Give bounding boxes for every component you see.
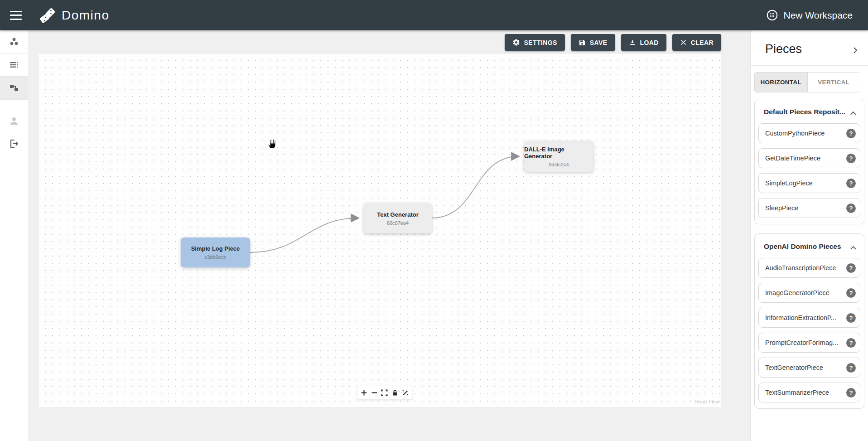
sidebar-item-results[interactable] [0, 53, 28, 76]
piece-list-item[interactable]: SleepPiece ? [758, 198, 860, 218]
close-icon [680, 39, 687, 46]
node-simple-log-piece[interactable]: Simple Log Piece c3db6ecb [181, 237, 250, 267]
download-icon [629, 39, 636, 46]
menu-icon[interactable] [10, 11, 22, 20]
zoom-out-button[interactable] [370, 388, 379, 398]
orientation-tab-group: HORIZONTAL VERTICAL [754, 72, 860, 92]
piece-list-item[interactable]: InformationExtractionP... ? [758, 308, 860, 328]
react-flow-attribution: React Flow [695, 399, 719, 404]
floppy-icon [579, 39, 586, 46]
section-header[interactable]: OpenAI Domino Pieces [755, 234, 864, 258]
auto-layout-button[interactable] [401, 388, 410, 398]
chevron-up-icon [850, 109, 857, 117]
settings-button[interactable]: SETTINGS [505, 34, 565, 51]
section-items: CustomPythonPiece ? GetDateTimePiece ? S… [755, 123, 864, 218]
fit-view-icon [381, 389, 388, 396]
piece-label: AudioTranscriptionPiece [765, 264, 836, 271]
gear-icon [512, 39, 520, 46]
main-content: SETTINGS SAVE LOAD CLEAR [28, 30, 750, 441]
list-icon [9, 59, 19, 70]
piece-label: CustomPythonPiece [765, 130, 825, 137]
piece-label: SimpleLogPiece [765, 179, 813, 187]
sidebar-item-logout[interactable] [0, 132, 28, 155]
pieces-section-card: OpenAI Domino Pieces AudioTranscriptionP… [754, 233, 864, 409]
canvas-controls [357, 386, 412, 400]
workflow-tree-icon [9, 82, 19, 93]
piece-label: GetDateTimePiece [765, 155, 820, 162]
chevron-up-icon [850, 244, 857, 252]
workflow-toolbar: SETTINGS SAVE LOAD CLEAR [505, 34, 721, 51]
workspace-label: New Workspace [784, 10, 853, 21]
workspace-menu[interactable]: New Workspace [766, 9, 853, 21]
help-icon[interactable]: ? [846, 154, 856, 163]
help-icon[interactable]: ? [846, 204, 856, 213]
node-id: 60c07ee4 [387, 220, 409, 226]
settings-button-label: SETTINGS [524, 39, 557, 46]
pieces-panel: Pieces HORIZONTAL VERTICAL Default Piece… [750, 30, 868, 441]
load-button[interactable]: LOAD [621, 34, 666, 51]
help-icon[interactable]: ? [846, 129, 856, 138]
piece-label: SleepPiece [765, 204, 798, 212]
piece-label: TextGeneratorPiece [765, 364, 823, 371]
node-text-generator[interactable]: Text Generator 60c07ee4 [364, 203, 432, 233]
magic-wand-icon [402, 389, 409, 396]
sidebar-item-workflow-editor[interactable] [0, 77, 28, 99]
minus-icon [371, 389, 378, 396]
section-items: AudioTranscriptionPiece ? ImageGenerator… [755, 258, 864, 402]
help-icon[interactable]: ? [846, 263, 856, 273]
clear-button[interactable]: CLEAR [672, 34, 721, 51]
grab-hand-cursor [265, 137, 278, 150]
node-id: c3db6ecb [205, 254, 227, 260]
tab-vertical[interactable]: VERTICAL [808, 73, 860, 92]
pieces-panel-title: Pieces [765, 42, 802, 56]
domino-logo-icon [39, 6, 57, 24]
help-icon[interactable]: ? [846, 313, 856, 323]
piece-list-item[interactable]: SimpleLogPiece ? [758, 173, 860, 193]
app-logo: Domino [39, 6, 109, 24]
workspaces-icon [9, 36, 19, 47]
node-title: Simple Log Piece [191, 245, 240, 252]
node-title: Text Generator [377, 211, 419, 218]
sidebar-item-workspaces[interactable] [0, 30, 28, 53]
edge-simplelog-to-textgen[interactable] [250, 218, 358, 252]
piece-list-item[interactable]: PromptCreatorForImag... ? [758, 333, 860, 353]
edge-textgen-to-dalle[interactable] [432, 156, 519, 218]
section-header[interactable]: Default Pieces Reposit... [755, 99, 864, 123]
help-icon[interactable]: ? [846, 338, 856, 348]
section-title: OpenAI Domino Pieces [764, 242, 841, 250]
save-button-label: SAVE [590, 39, 608, 46]
piece-list-item[interactable]: TextSummarizerPiece ? [758, 383, 860, 402]
piece-list-item[interactable]: ImageGeneratorPiece ? [758, 283, 860, 303]
node-dalle-image-generator[interactable]: DALL-E Image Generator 9dcfc2c4 [524, 141, 593, 172]
logout-icon [9, 138, 19, 149]
app-title: Domino [62, 8, 109, 23]
help-icon[interactable]: ? [846, 288, 856, 298]
piece-list-item[interactable]: AudioTranscriptionPiece ? [758, 258, 860, 278]
pieces-panel-header: Pieces [751, 30, 868, 66]
workflow-canvas[interactable]: Simple Log Piece c3db6ecb Text Generator… [39, 54, 721, 407]
left-sidebar [0, 30, 28, 441]
tab-horizontal[interactable]: HORIZONTAL [755, 73, 808, 92]
save-button[interactable]: SAVE [571, 34, 615, 51]
sidebar-item-profile[interactable] [0, 110, 28, 132]
person-icon [9, 116, 19, 126]
lock-button[interactable] [391, 388, 400, 398]
piece-label: InformationExtractionP... [765, 314, 836, 321]
node-id: 9dcfc2c4 [549, 162, 569, 167]
help-icon[interactable]: ? [846, 179, 856, 188]
help-icon[interactable]: ? [846, 388, 856, 397]
piece-label: TextSummarizerPiece [765, 389, 829, 396]
pieces-section-card: Default Pieces Reposit... CustomPythonPi… [754, 99, 864, 224]
node-title: DALL-E Image Generator [524, 146, 593, 160]
pieces-sections: Default Pieces Reposit... CustomPythonPi… [751, 99, 868, 409]
piece-label: PromptCreatorForImag... [765, 339, 838, 346]
piece-list-item[interactable]: CustomPythonPiece ? [758, 123, 860, 143]
collapse-panel-button[interactable] [852, 47, 859, 56]
workspace-icon [766, 9, 778, 21]
help-icon[interactable]: ? [846, 363, 856, 373]
fit-view-button[interactable] [380, 388, 389, 398]
piece-list-item[interactable]: TextGeneratorPiece ? [758, 358, 860, 378]
zoom-in-button[interactable] [359, 388, 368, 398]
app-bar: Domino New Workspace [0, 0, 868, 30]
piece-list-item[interactable]: GetDateTimePiece ? [758, 148, 860, 168]
